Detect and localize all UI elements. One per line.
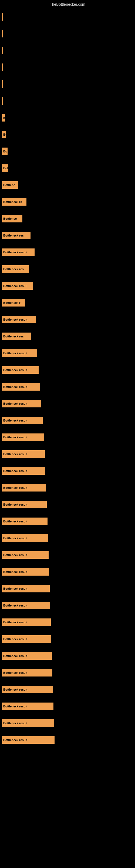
bar-row <box>0 76 135 92</box>
bar-row: Bottleneck result <box>0 311 135 328</box>
bars-container: BBoBoBolBottleneBottleneck reBottlenecBo… <box>0 9 135 748</box>
bar: Bol <box>2 164 8 172</box>
bar-label: Bottleneck res <box>3 234 24 237</box>
bar-row: Bottleneck result <box>0 446 135 462</box>
bar-row: Bottleneck result <box>0 362 135 378</box>
bar-label: Bottleneck result <box>3 654 27 657</box>
bar: Bottleneck result <box>2 669 52 677</box>
bar-label: Bottleneck re <box>3 200 22 204</box>
bar-label: Bottleneck result <box>3 587 27 590</box>
bar: Bottleneck result <box>2 635 51 643</box>
bar: Bottleneck resul <box>2 282 33 290</box>
bar-row: Bottleneck result <box>0 581 135 597</box>
site-title: TheBottlenecker.com <box>0 0 135 9</box>
bar-label: Bottleneck result <box>3 671 27 674</box>
bar-row <box>0 93 135 109</box>
bar-row: Bottleneck result <box>0 648 135 664</box>
bar-label: Bottleneck r <box>3 301 20 304</box>
bar: Bottleneck result <box>2 366 39 374</box>
bar-row: Bo <box>0 126 135 143</box>
bar: Bottleneck result <box>2 416 43 424</box>
bar: Bottleneck r <box>2 299 25 307</box>
bar-label: Bottleneck result <box>3 385 27 389</box>
bar-row: Bottleneck res <box>0 328 135 344</box>
bar-label: Bottleneck res <box>3 268 24 271</box>
bar-label: Bottleneck result <box>3 688 27 691</box>
bar: Bottleneck result <box>2 383 40 391</box>
bar-row: Bottleneck result <box>0 429 135 445</box>
bar-label: Bottleneck result <box>3 251 27 254</box>
bar-row: Bottlenec <box>0 211 135 227</box>
bar-row: Bottleneck result <box>0 715 135 731</box>
bar-label: Bo <box>3 133 7 136</box>
bar-label: Bottlenec <box>3 217 17 220</box>
bar-label: Bottleneck result <box>3 738 27 742</box>
bar-label: Bottleneck result <box>3 436 27 439</box>
bar-row: Bottleneck result <box>0 412 135 429</box>
bar: Bottleneck result <box>2 484 46 492</box>
bar-row: Bottleneck result <box>0 614 135 630</box>
bar-row: Bo <box>0 143 135 159</box>
bar-row: Bottleneck res <box>0 227 135 244</box>
bar-row: Bottleneck result <box>0 547 135 563</box>
bar-label: Bottleneck result <box>3 318 27 321</box>
bar-row: Bottleneck resul <box>0 278 135 294</box>
bar: Bottleneck result <box>2 618 51 626</box>
bar: Bottleneck result <box>2 501 47 508</box>
bar <box>2 13 3 21</box>
bar-row: Bottleneck res <box>0 261 135 277</box>
bar: Bottleneck result <box>2 349 37 357</box>
bar: Bottleneck result <box>2 534 48 542</box>
bar-label: Bottleneck result <box>3 570 27 574</box>
bar-label: Bottleneck result <box>3 536 27 540</box>
bar-row: Bottleneck result <box>0 396 135 412</box>
bar: Bottleneck res <box>2 231 31 239</box>
bar: Bo <box>2 148 8 155</box>
bar-label: Bottleneck result <box>3 721 27 725</box>
bar: Bottleneck result <box>2 703 53 710</box>
bar-label: Bol <box>3 166 8 170</box>
bar: Bottleneck result <box>2 601 50 609</box>
bar-label: Bottleneck result <box>3 553 27 557</box>
bar-label: Bottleneck result <box>3 503 27 506</box>
bar-label: Bottleneck result <box>3 638 27 641</box>
bar: Bottleneck result <box>2 467 45 475</box>
bar-row: Bottleneck result <box>0 530 135 546</box>
bar-row: Bottleneck result <box>0 698 135 714</box>
bar-label: Bottleneck result <box>3 453 27 456</box>
bar-label: Bottleneck result <box>3 520 27 523</box>
bar-row: Bottleneck result <box>0 631 135 647</box>
bar: Bottleneck res <box>2 265 29 273</box>
bar: Bottleneck result <box>2 686 53 693</box>
bar: Bottleneck result <box>2 400 41 407</box>
bar-row: Bol <box>0 160 135 176</box>
bar-row <box>0 59 135 75</box>
bar-row: Bottleneck result <box>0 597 135 614</box>
bar-label: Bottleneck result <box>3 604 27 607</box>
bar: Bottleneck result <box>2 568 49 576</box>
bar-label: Bottleneck result <box>3 486 27 489</box>
bar: Bottleneck result <box>2 719 54 727</box>
bar-row: Bottleneck result <box>0 479 135 496</box>
bar-label: Bottleneck result <box>3 368 27 372</box>
bar: Bottleneck result <box>2 316 36 323</box>
bar <box>2 63 3 71</box>
bar <box>2 46 3 54</box>
bar-row: B <box>0 110 135 126</box>
bar-row: Bottleneck result <box>0 513 135 529</box>
bar-row <box>0 26 135 42</box>
bar: Bottleneck result <box>2 551 49 559</box>
bar: Bottlene <box>2 181 18 189</box>
bar-row: Bottleneck result <box>0 564 135 580</box>
bar-row: Bottleneck result <box>0 496 135 513</box>
bar: Bottleneck result <box>2 518 48 525</box>
bar: B <box>2 114 5 122</box>
bar-row: Bottlene <box>0 177 135 193</box>
bar-label: Bottleneck result <box>3 469 27 472</box>
bar-row <box>0 42 135 59</box>
bar-row: Bottleneck result <box>0 664 135 681</box>
bar-label: Bo <box>3 150 7 153</box>
bar: Bottleneck result <box>2 736 54 744</box>
bar-row: Bottleneck r <box>0 294 135 311</box>
bar-label: B <box>3 116 5 119</box>
